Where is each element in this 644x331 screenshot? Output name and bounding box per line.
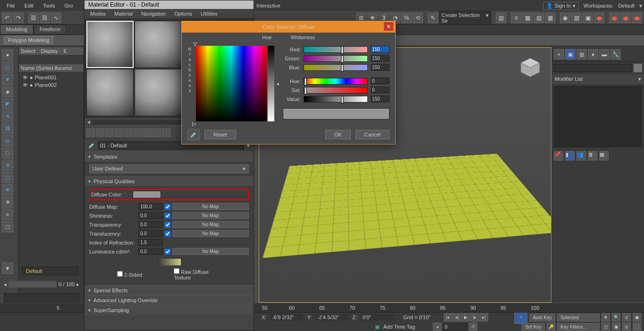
edit-selection-button[interactable]: ✎	[428, 13, 438, 23]
mini-trackbar[interactable]	[4, 293, 79, 303]
tab-freeform[interactable]: Freeform	[34, 25, 67, 34]
scene-column-header[interactable]: Name (Sorted Ascend	[19, 64, 84, 72]
blue-slider[interactable]	[304, 64, 368, 71]
curve-editor-button[interactable]: ▤	[534, 13, 544, 23]
se-ruler-icon[interactable]: ◤	[2, 98, 13, 110]
cp-utilities-tab[interactable]: 🔧	[610, 49, 621, 59]
nav-zoom-button[interactable]: 🔍	[612, 313, 620, 322]
material-slot-2[interactable]	[135, 21, 182, 68]
transparency-check[interactable]	[165, 222, 170, 228]
close-button[interactable]: ×	[384, 22, 393, 31]
next-frame-icon[interactable]: ▸	[76, 281, 79, 288]
me-options-button[interactable]	[143, 128, 152, 137]
translucency-spinner[interactable]	[138, 230, 163, 237]
eye-icon[interactable]: 👁	[23, 82, 28, 88]
material-slot-4[interactable]	[86, 69, 134, 116]
sat-input[interactable]	[371, 86, 390, 93]
cp-display-tab[interactable]: ▬	[599, 49, 610, 59]
make-unique-button[interactable]: 👥	[576, 151, 586, 161]
menu-interactive[interactable]: Interactive	[252, 1, 285, 10]
se-chain-icon[interactable]: ⛓	[2, 123, 13, 134]
signin-button[interactable]: 👤 Sign In ▾	[543, 2, 579, 10]
show-result-button[interactable]: ▮	[565, 151, 575, 161]
se-target-icon[interactable]: ◎	[2, 135, 13, 146]
prev-key-button[interactable]: ◂	[433, 323, 441, 331]
cp-motion-tab[interactable]: ●	[588, 49, 598, 59]
me-get-material-button[interactable]	[86, 128, 95, 137]
eye-icon[interactable]: 👁	[23, 75, 28, 80]
me-delete-button[interactable]	[124, 128, 133, 137]
scroll-left-icon[interactable]: ◂	[87, 119, 90, 125]
material-editor-button[interactable]: ◉	[560, 13, 570, 23]
luminance-slider[interactable]	[157, 259, 181, 265]
next-frame-button[interactable]: |▸	[471, 313, 479, 322]
transparency-map-button[interactable]: No Map	[172, 221, 249, 228]
diffuse-map-check[interactable]	[165, 204, 170, 210]
layers-button[interactable]: ▦	[522, 13, 533, 23]
auto-key-button[interactable]: Auto Key	[529, 314, 555, 322]
time-tag-icon[interactable]: ▣	[375, 324, 380, 330]
me-make-unique-button[interactable]	[153, 128, 161, 137]
eyedropper-icon[interactable]: 💉	[88, 143, 95, 149]
viewcube[interactable]	[516, 54, 544, 83]
reset-button[interactable]: Reset	[204, 130, 236, 139]
cp-hierarchy-tab[interactable]: ▥	[576, 49, 587, 59]
chevron-down-icon[interactable]: ▾	[639, 3, 642, 9]
value-slider[interactable]	[304, 96, 368, 102]
goto-start-button[interactable]: |◂	[444, 313, 452, 322]
workspaces-value[interactable]: Default	[618, 3, 635, 8]
scene-item-plane001[interactable]: 👁● Plane001	[21, 74, 82, 81]
diffuse-map-button[interactable]: No Map	[172, 203, 249, 210]
ok-button[interactable]: OK	[325, 130, 351, 139]
se-waves-icon[interactable]: ≋	[2, 110, 13, 122]
prev-frame-button[interactable]: ◂|	[453, 313, 461, 322]
render-production-button[interactable]: 🫖	[620, 13, 631, 23]
add-time-tag-button[interactable]: Add Time Tag	[383, 324, 415, 330]
color-preview-swatch[interactable]	[283, 108, 390, 119]
se-eye-icon[interactable]: 👁	[2, 184, 13, 195]
render-iterative-button[interactable]: 🫖	[632, 13, 642, 23]
green-input[interactable]	[371, 55, 390, 62]
se-freeze-icon[interactable]: ❄	[2, 196, 13, 208]
se-hex-icon[interactable]: ⬡	[2, 147, 13, 159]
prev-frame-icon[interactable]: ◂	[4, 281, 7, 288]
menu-group[interactable]: Gro	[59, 1, 77, 10]
raw-diffuse-check[interactable]	[174, 268, 179, 274]
modifier-list-dropdown[interactable]: Modifier List ▾	[552, 74, 644, 84]
set-key-button[interactable]: Set Key	[522, 323, 545, 331]
se-tab-display[interactable]: Display	[41, 48, 58, 54]
cp-create-tab[interactable]: +	[554, 49, 564, 59]
me-copy-button[interactable]	[134, 128, 142, 137]
align-button[interactable]: ≡	[511, 13, 521, 23]
goto-end-button[interactable]: ▸|	[480, 313, 488, 322]
rollout-physical-header[interactable]: Physical Qualities	[85, 177, 254, 186]
menu-file[interactable]: File	[2, 1, 20, 10]
se-gear-icon[interactable]: ✲	[2, 160, 13, 171]
frame-slider[interactable]	[8, 281, 57, 288]
shininess-spinner[interactable]	[138, 212, 163, 219]
current-frame-input[interactable]	[443, 323, 467, 331]
me-select-button[interactable]	[162, 128, 170, 137]
sat-slider[interactable]	[304, 87, 368, 93]
cp-modify-tab[interactable]: ▣	[565, 49, 576, 59]
luminance-spinner[interactable]	[138, 248, 163, 255]
link-button[interactable]: ⛓	[28, 13, 39, 23]
object-name-field[interactable]	[554, 64, 632, 72]
se-box-icon[interactable]: ▢	[2, 61, 13, 73]
rollout-advanced-lighting-header[interactable]: Advanced Lighting Override	[85, 296, 254, 305]
se-sphere-icon[interactable]: ●	[2, 49, 13, 60]
subtab-polygon-modeling[interactable]: Polygon Modeling	[4, 36, 53, 44]
diffuse-map-spinner[interactable]	[138, 203, 163, 210]
configure-sets-button[interactable]: ▦	[599, 151, 609, 161]
shininess-map-button[interactable]: No Map	[172, 212, 249, 219]
color-selector-title-bar[interactable]: Color Selector: Diffuse ×	[182, 21, 395, 33]
material-slot-5[interactable]	[135, 69, 182, 116]
nav-button-6[interactable]: ▣	[612, 323, 620, 331]
translucency-check[interactable]	[165, 231, 170, 237]
plane-object[interactable]	[263, 153, 551, 258]
named-selection-dropdown[interactable]: Create Selection Se▾	[439, 11, 491, 25]
se-blank-icon[interactable]: ▢	[2, 221, 13, 232]
eyedropper-button[interactable]: 💉	[187, 129, 200, 140]
rollout-templates-header[interactable]: Templates	[85, 152, 254, 161]
redo-button[interactable]: ↷	[13, 13, 24, 23]
